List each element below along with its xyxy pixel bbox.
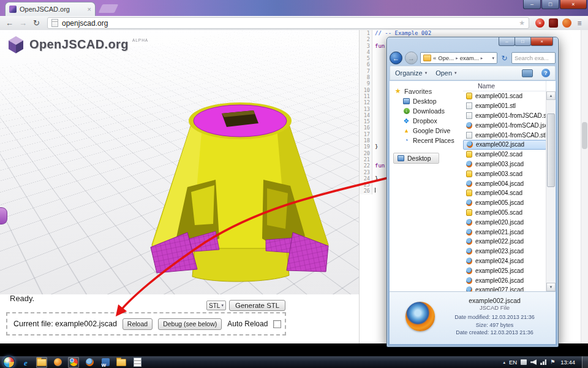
back-button[interactable]: ← xyxy=(4,17,15,29)
file-icon xyxy=(466,277,472,284)
file-name: example005.scad xyxy=(475,209,522,216)
file-row[interactable]: example002.jscad xyxy=(463,140,546,150)
explorer-minimize-button[interactable]: – xyxy=(499,37,515,46)
file-row[interactable]: example002.scad xyxy=(463,150,546,159)
file-row[interactable]: example001-fromSCAD.stl xyxy=(463,130,546,140)
panel-handle[interactable] xyxy=(0,207,7,224)
file-row[interactable]: example025.jscad xyxy=(463,266,546,275)
details-pane: example002.jscad JSCAD File Date modifie… xyxy=(390,291,556,344)
breadcrumb-part[interactable]: exam... xyxy=(460,55,479,61)
network-icon[interactable] xyxy=(540,359,546,365)
stl-format-select[interactable]: STL ▾ xyxy=(206,301,226,310)
taskbar-firefox-icon[interactable] xyxy=(84,357,95,368)
scroll-down-icon[interactable]: ▼ xyxy=(546,283,556,291)
logo-cube-icon xyxy=(7,35,24,53)
explorer-close-button[interactable]: × xyxy=(530,37,553,46)
file-row[interactable]: example024.jscad xyxy=(463,256,546,266)
explorer-titlebar[interactable]: – □ × xyxy=(387,37,558,50)
file-row[interactable]: example026.jscad xyxy=(463,275,546,285)
help-icon[interactable]: ? xyxy=(541,69,550,77)
explorer-back-button[interactable]: ← xyxy=(390,52,402,64)
explorer-forward-button[interactable]: → xyxy=(405,52,418,64)
address-bar[interactable]: openjscad.org ★ xyxy=(47,17,529,29)
debug-button[interactable]: Debug (see below) xyxy=(158,318,222,330)
sidebar-item-downloads[interactable]: Downloads xyxy=(390,106,463,116)
taskbar-word-icon[interactable] xyxy=(100,357,111,368)
keyboard-icon[interactable] xyxy=(521,359,527,365)
extension-icon-3[interactable] xyxy=(562,18,571,28)
line-code xyxy=(372,112,375,118)
start-button[interactable] xyxy=(3,356,15,368)
reload-file-button[interactable]: Reload xyxy=(123,318,153,330)
extension-icon-2[interactable] xyxy=(549,18,558,28)
window-minimize-button[interactable]: – xyxy=(523,0,541,9)
file-row[interactable]: example001-fromSCAD.jscad xyxy=(463,120,546,130)
column-header-name[interactable]: Name xyxy=(463,81,546,91)
taskbar-notepad-icon[interactable] xyxy=(132,357,143,368)
taskbar-folder-icon[interactable] xyxy=(116,357,127,368)
reload-button[interactable]: ↻ xyxy=(31,17,42,29)
volume-icon[interactable] xyxy=(530,359,537,365)
window-maximize-button[interactable]: □ xyxy=(541,0,559,9)
sidebar-item-desktop-tree[interactable]: Desktop xyxy=(393,153,439,164)
extension-icon-1[interactable]: × xyxy=(535,18,545,28)
taskbar-ie-icon[interactable] xyxy=(20,357,31,368)
viewport-3d[interactable] xyxy=(0,30,359,294)
clock[interactable]: 13:44 xyxy=(560,359,575,366)
file-row[interactable]: example001-fromJSCAD.stl xyxy=(463,111,546,121)
action-center-icon[interactable]: ⚑ xyxy=(550,359,555,365)
browser-tab[interactable]: OpenJSCAD.org × xyxy=(5,2,96,16)
refresh-icon[interactable]: ↻ xyxy=(500,54,509,63)
line-number: 17 xyxy=(360,131,372,137)
auto-reload-checkbox[interactable] xyxy=(273,320,281,328)
sidebar-item-google-drive[interactable]: Google Drive xyxy=(390,126,463,136)
favorites-group[interactable]: Favorites xyxy=(390,86,463,96)
language-indicator[interactable]: EN xyxy=(509,359,517,366)
file-row[interactable]: example001.scad xyxy=(463,91,546,101)
organize-menu[interactable]: Organize ▾ xyxy=(395,69,427,77)
file-row[interactable]: example003.scad xyxy=(463,169,546,178)
scroll-thumb[interactable] xyxy=(547,113,555,187)
file-row[interactable]: example004.jscad xyxy=(463,178,546,188)
tray-expand-icon[interactable]: ▴ xyxy=(503,360,505,365)
sidebar-item-dropbox[interactable]: Dropbox xyxy=(390,116,463,126)
views-icon[interactable] xyxy=(522,69,533,77)
show-desktop-button[interactable] xyxy=(582,356,588,368)
scroll-up-icon[interactable]: ▲ xyxy=(546,91,556,100)
breadcrumb-dropdown-icon[interactable]: ▾ xyxy=(492,56,494,61)
line-number: 22 xyxy=(360,163,372,169)
explorer-maximize-button[interactable]: □ xyxy=(514,37,531,46)
file-row[interactable]: example023.jscad xyxy=(463,247,546,256)
explorer-breadcrumb[interactable]: « Ope... ▸ exam... ▸ ▾ xyxy=(420,52,497,64)
editor-scroll-thumb[interactable] xyxy=(582,122,587,149)
open-menu[interactable]: Open ▾ xyxy=(435,69,456,77)
sidebar-item-recent-places[interactable]: Recent Places xyxy=(390,136,463,145)
tab-close-icon[interactable]: × xyxy=(88,6,91,13)
file-row[interactable]: example027.jscad xyxy=(463,285,546,291)
breadcrumb-part[interactable]: Ope... xyxy=(438,55,454,61)
forward-button[interactable]: → xyxy=(17,17,29,29)
taskbar-chrome-icon[interactable] xyxy=(68,357,79,368)
generate-stl-button[interactable]: Generate STL xyxy=(229,300,285,311)
file-row[interactable]: example005.jscad xyxy=(463,198,546,208)
file-row[interactable]: example004.scad xyxy=(463,188,546,198)
browser-menu-icon[interactable]: ≡ xyxy=(575,19,584,28)
line-number: 23 xyxy=(360,169,372,175)
file-row[interactable]: example021.jscad xyxy=(463,227,546,237)
explorer-scrollbar[interactable]: ▲ ▼ xyxy=(546,91,556,291)
file-row[interactable]: example001.stl xyxy=(463,101,546,111)
explorer-body: Favorites Desktop Downloads Dropbox Goog… xyxy=(390,81,556,291)
taskbar-explorer-icon[interactable] xyxy=(36,357,47,368)
bookmark-star-icon[interactable]: ★ xyxy=(519,19,525,27)
file-row[interactable]: example020.jscad xyxy=(463,217,546,227)
file-row[interactable]: example003.jscad xyxy=(463,159,546,169)
editor-scrollbar[interactable] xyxy=(581,30,588,343)
file-row[interactable]: example022.jscad xyxy=(463,237,546,247)
file-row[interactable]: example005.scad xyxy=(463,208,546,218)
window-close-button[interactable]: × xyxy=(560,0,587,9)
explorer-search-box[interactable]: Search exa... xyxy=(511,52,556,64)
sidebar-item-desktop[interactable]: Desktop xyxy=(390,96,463,106)
taskbar-mediaplayer-icon[interactable] xyxy=(52,357,63,368)
new-tab-button[interactable] xyxy=(99,4,119,13)
file-list: Name example001.scad example001.stl exam… xyxy=(463,81,546,291)
